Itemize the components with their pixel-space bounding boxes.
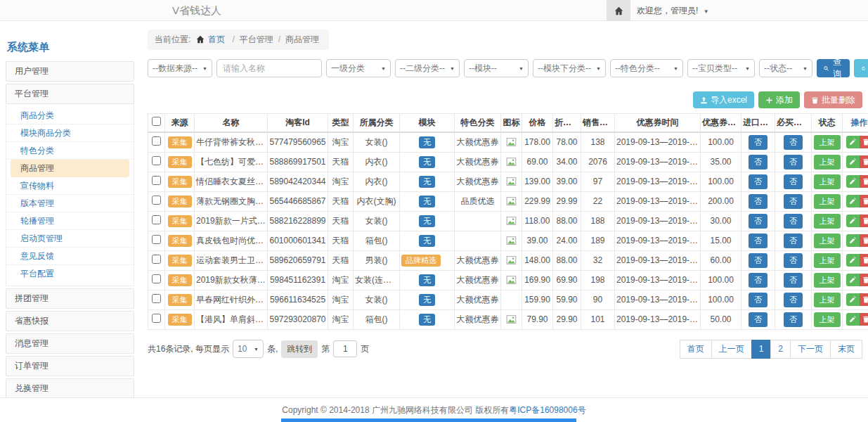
sidebar-section[interactable]: 订单管理: [6, 356, 134, 376]
sidebar-item[interactable]: 轮播管理: [6, 212, 134, 230]
import-select-toggle[interactable]: 否: [749, 293, 767, 307]
row-checkbox[interactable]: [152, 294, 161, 303]
bottom-scrollbar[interactable]: [281, 418, 576, 422]
edit-button[interactable]: [846, 136, 860, 148]
edit-button[interactable]: [846, 313, 860, 326]
sidebar-item[interactable]: 模块商品分类: [6, 124, 134, 142]
jump-page-input[interactable]: [333, 340, 357, 357]
user-menu[interactable]: 欢迎您，管理员! ▼: [637, 0, 709, 23]
edit-button[interactable]: [846, 195, 860, 207]
delete-button[interactable]: [860, 136, 868, 148]
must-buy-toggle[interactable]: 否: [784, 214, 803, 229]
delete-button[interactable]: [860, 195, 868, 207]
row-checkbox[interactable]: [152, 176, 161, 185]
delete-button[interactable]: [860, 293, 868, 306]
jump-button[interactable]: 跳转到: [281, 340, 318, 358]
page-button[interactable]: 首页: [680, 340, 712, 359]
row-checkbox[interactable]: [152, 314, 161, 323]
page-button[interactable]: 上一页: [711, 340, 752, 359]
sidebar-item[interactable]: 平台配置: [6, 265, 134, 283]
reset-button[interactable]: 重置: [854, 59, 868, 77]
must-buy-toggle[interactable]: 否: [784, 312, 803, 327]
edit-button[interactable]: [846, 274, 860, 286]
row-checkbox[interactable]: [152, 156, 161, 165]
sidebar-item[interactable]: 商品管理: [11, 160, 129, 177]
import-excel-button[interactable]: 导入excel: [693, 91, 754, 108]
sidebar-item[interactable]: 宣传物料: [6, 177, 134, 195]
sidebar-item[interactable]: 启动页管理: [6, 230, 134, 248]
status-toggle[interactable]: 上架: [814, 253, 841, 268]
breadcrumb-home-link[interactable]: 首页: [208, 34, 225, 44]
delete-button[interactable]: [860, 215, 868, 227]
sidebar-item[interactable]: 意见反馈: [6, 248, 134, 265]
filter-select[interactable]: 一级分类: [326, 59, 391, 77]
import-select-toggle[interactable]: 否: [749, 312, 767, 327]
search-button[interactable]: 查询: [817, 59, 850, 77]
filter-select[interactable]: --模块下分类--: [533, 59, 606, 77]
delete-button[interactable]: [860, 254, 868, 267]
status-toggle[interactable]: 上架: [814, 234, 841, 248]
sidebar-item[interactable]: 特色分类: [6, 142, 134, 160]
import-select-toggle[interactable]: 否: [749, 253, 767, 268]
page-button[interactable]: 末页: [830, 340, 862, 359]
import-select-toggle[interactable]: 否: [749, 214, 767, 229]
name-filter-input[interactable]: [216, 59, 322, 77]
filter-select[interactable]: --状态--: [759, 59, 812, 77]
edit-button[interactable]: [846, 234, 860, 247]
edit-button[interactable]: [846, 175, 860, 188]
row-checkbox[interactable]: [152, 215, 161, 224]
status-toggle[interactable]: 上架: [814, 135, 841, 150]
import-select-toggle[interactable]: 否: [749, 273, 767, 288]
filter-select[interactable]: --二级分类--: [395, 59, 460, 77]
import-select-toggle[interactable]: 否: [749, 194, 767, 209]
edit-button[interactable]: [846, 155, 860, 168]
status-toggle[interactable]: 上架: [814, 155, 841, 170]
must-buy-toggle[interactable]: 否: [784, 155, 803, 170]
page-button[interactable]: 下一页: [790, 340, 831, 359]
batch-delete-button[interactable]: 批量删除: [804, 91, 862, 108]
import-select-toggle[interactable]: 否: [749, 135, 767, 150]
icp-link[interactable]: 粤ICP备16098006号: [509, 405, 585, 415]
edit-button[interactable]: [846, 254, 860, 267]
status-toggle[interactable]: 上架: [814, 174, 841, 189]
per-page-select[interactable]: 10: [233, 340, 264, 358]
must-buy-toggle[interactable]: 否: [784, 135, 803, 150]
edit-button[interactable]: [846, 293, 860, 306]
page-button[interactable]: 2: [770, 340, 791, 359]
must-buy-toggle[interactable]: 否: [784, 174, 803, 189]
filter-select[interactable]: --模块--: [464, 59, 529, 77]
header-home-button[interactable]: [607, 0, 630, 21]
status-toggle[interactable]: 上架: [814, 293, 841, 307]
row-checkbox[interactable]: [152, 136, 161, 146]
status-toggle[interactable]: 上架: [814, 214, 841, 229]
add-button[interactable]: 添加: [758, 91, 800, 108]
status-toggle[interactable]: 上架: [814, 273, 841, 288]
delete-button[interactable]: [860, 313, 868, 326]
must-buy-toggle[interactable]: 否: [784, 293, 803, 307]
import-select-toggle[interactable]: 否: [749, 174, 767, 189]
must-buy-toggle[interactable]: 否: [784, 273, 803, 288]
filter-select[interactable]: --特色分类--: [610, 59, 683, 77]
row-checkbox[interactable]: [152, 235, 161, 244]
must-buy-toggle[interactable]: 否: [784, 234, 803, 248]
status-toggle[interactable]: 上架: [814, 312, 841, 327]
filter-select[interactable]: --宝贝类型--: [687, 59, 755, 77]
status-toggle[interactable]: 上架: [814, 194, 841, 209]
edit-button[interactable]: [846, 215, 860, 227]
page-button[interactable]: 1: [751, 340, 772, 359]
sidebar-section[interactable]: 拼团管理: [6, 288, 134, 309]
sidebar-section[interactable]: 省惠快报: [6, 311, 134, 331]
delete-button[interactable]: [860, 175, 868, 188]
sidebar-section[interactable]: 平台管理: [6, 84, 134, 104]
delete-button[interactable]: [860, 155, 868, 168]
sidebar-section[interactable]: 用户管理: [6, 61, 134, 82]
row-checkbox[interactable]: [152, 274, 161, 283]
row-checkbox[interactable]: [152, 255, 161, 264]
sidebar-section[interactable]: 兑换管理: [6, 378, 134, 399]
must-buy-toggle[interactable]: 否: [784, 253, 803, 268]
row-checkbox[interactable]: [152, 196, 161, 205]
delete-button[interactable]: [860, 274, 868, 286]
import-select-toggle[interactable]: 否: [749, 155, 767, 170]
delete-button[interactable]: [860, 234, 868, 247]
sidebar-item[interactable]: 商品分类: [6, 107, 134, 124]
